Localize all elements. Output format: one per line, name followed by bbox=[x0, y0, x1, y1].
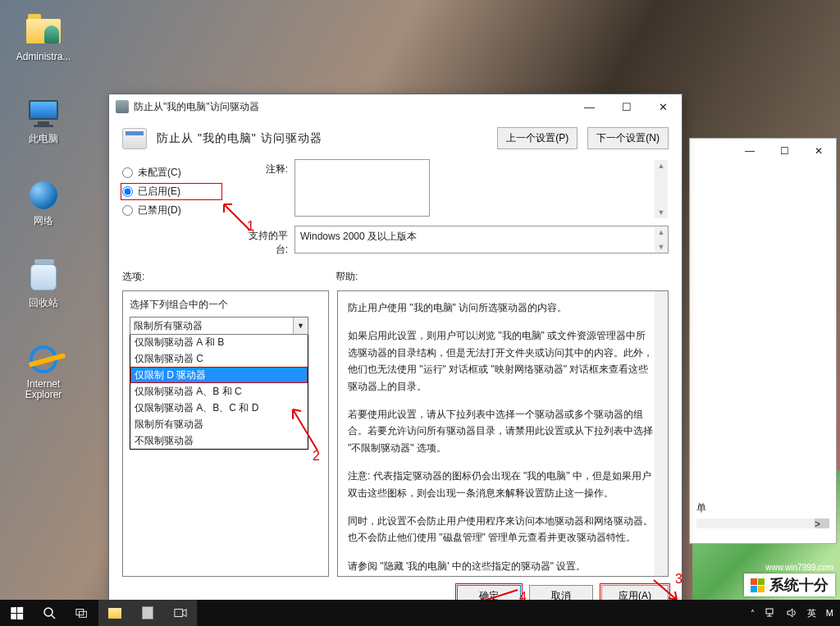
start-button[interactable] bbox=[0, 600, 33, 626]
help-pane: 防止用户使用 "我的电脑" 访问所选驱动器的内容。 如果启用此设置，则用户可以浏… bbox=[337, 290, 669, 577]
taskbar: ˄ 英 M bbox=[0, 600, 840, 626]
list-item[interactable]: 仅限制驱动器 C bbox=[130, 350, 308, 367]
comment-textarea[interactable] bbox=[294, 159, 430, 217]
policy-header-icon bbox=[122, 128, 147, 149]
list-item[interactable]: 不限制驱动器 bbox=[130, 432, 308, 449]
icon-label: 回收站 bbox=[13, 297, 74, 308]
options-prompt: 选择下列组合中的一个 bbox=[130, 298, 322, 312]
radio-not-configured[interactable]: 未配置(C) bbox=[122, 166, 221, 180]
drive-dropdown-list[interactable]: 仅限制驱动器 A 和 B 仅限制驱动器 C 仅限制 D 驱动器 仅限制驱动器 A… bbox=[130, 334, 308, 450]
help-paragraph: 防止用户使用 "我的电脑" 访问所选驱动器的内容。 bbox=[348, 299, 653, 316]
options-section-label: 选项: bbox=[122, 270, 336, 284]
icon-label: 网络 bbox=[13, 215, 74, 226]
scrollbar-horizontal[interactable]: > bbox=[696, 519, 829, 528]
background-label: 单 bbox=[696, 501, 706, 515]
maximize-button[interactable]: ☐ bbox=[767, 139, 801, 162]
svg-rect-3 bbox=[79, 611, 86, 617]
svg-rect-2 bbox=[76, 610, 84, 615]
previous-setting-button[interactable]: 上一个设置(P) bbox=[497, 127, 578, 149]
combo-selected-value: 限制所有驱动器 bbox=[134, 319, 203, 333]
platform-label: 支持的平台: bbox=[237, 226, 294, 257]
taskview-icon bbox=[75, 606, 89, 619]
radio-label: 已禁用(D) bbox=[138, 203, 181, 217]
maximize-button[interactable]: ☐ bbox=[608, 95, 645, 118]
policy-header-title: 防止从 "我的电脑" 访问驱动器 bbox=[157, 131, 487, 146]
scroll-right-icon[interactable]: > bbox=[815, 519, 829, 528]
taskview-button[interactable] bbox=[66, 600, 98, 626]
background-window: — ☐ ✕ 单 > bbox=[689, 138, 837, 544]
minimize-button[interactable]: — bbox=[733, 139, 767, 162]
policy-dialog: 防止从"我的电脑"访问驱动器 — ☐ ✕ 防止从 "我的电脑" 访问驱动器 上一… bbox=[108, 94, 682, 615]
close-button[interactable]: ✕ bbox=[645, 95, 682, 118]
folder-icon bbox=[108, 608, 121, 619]
watermark: 系统十分 bbox=[744, 573, 835, 596]
comment-label: 注释: bbox=[237, 159, 294, 176]
desktop-icon-recyclebin[interactable]: 回收站 bbox=[13, 261, 74, 308]
list-item[interactable]: 限制所有驱动器 bbox=[130, 416, 308, 432]
radio-label: 已启用(E) bbox=[138, 185, 180, 199]
svg-rect-5 bbox=[766, 609, 773, 614]
svg-point-0 bbox=[44, 608, 52, 616]
chevron-down-icon: ▼ bbox=[293, 318, 308, 334]
windows-logo-icon bbox=[11, 606, 23, 619]
desktop-icon-thispc[interactable]: 此电脑 bbox=[13, 97, 74, 144]
desktop-icon-network[interactable]: 网络 bbox=[13, 179, 74, 226]
icon-label: 此电脑 bbox=[13, 133, 74, 144]
list-item[interactable]: 仅限制驱动器 A、B、C 和 D bbox=[130, 400, 308, 416]
tray-chevron-up-icon[interactable]: ˄ bbox=[751, 609, 755, 618]
help-paragraph: 请参阅 "隐藏 '我的电脑' 中的这些指定的驱动器" 设置。 bbox=[348, 558, 653, 574]
radio-enabled[interactable]: 已启用(E) bbox=[122, 185, 221, 199]
radio-label: 未配置(C) bbox=[138, 166, 181, 180]
help-paragraph: 如果启用此设置，则用户可以浏览 "我的电脑" 或文件资源管理器中所选驱动器的目录… bbox=[348, 327, 653, 395]
scrollbar-vertical[interactable]: ▲▼ bbox=[655, 226, 668, 253]
window-title: 防止从"我的电脑"访问驱动器 bbox=[134, 100, 571, 114]
help-paragraph: 若要使用此设置，请从下拉列表中选择一个驱动器或多个驱动器的组合。若要允许访问所有… bbox=[348, 406, 653, 456]
microsoft-logo-icon bbox=[751, 578, 765, 592]
watermark-text: 系统十分 bbox=[769, 575, 829, 595]
titlebar[interactable]: 防止从"我的电脑"访问驱动器 — ☐ ✕ bbox=[109, 94, 682, 119]
next-setting-button[interactable]: 下一个设置(N) bbox=[587, 127, 669, 149]
camera-icon bbox=[174, 606, 187, 619]
taskbar-app-gpedit[interactable] bbox=[131, 600, 164, 626]
svg-rect-4 bbox=[175, 610, 183, 617]
icon-label: Administra... bbox=[13, 51, 74, 62]
help-paragraph: 注意: 代表指定驱动器的图标仍会出现在 "我的电脑" 中，但是如果用户双击这些图… bbox=[348, 468, 653, 501]
scrollbar-vertical[interactable] bbox=[655, 291, 668, 576]
list-item[interactable]: 仅限制驱动器 A、B 和 C bbox=[130, 383, 308, 400]
document-icon bbox=[142, 606, 153, 619]
desktop-icon-admin[interactable]: Administra... bbox=[13, 15, 74, 62]
svg-line-1 bbox=[52, 615, 55, 619]
network-tray-icon[interactable] bbox=[765, 607, 776, 619]
options-pane: 选择下列组合中的一个 限制所有驱动器 ▼ 仅限制驱动器 A 和 B 仅限制驱动器… bbox=[122, 290, 329, 577]
drive-combo[interactable]: 限制所有驱动器 ▼ bbox=[130, 317, 308, 335]
search-button[interactable] bbox=[33, 600, 66, 626]
scrollbar-vertical[interactable]: ▲▼ bbox=[655, 160, 668, 218]
minimize-button[interactable]: — bbox=[571, 95, 608, 118]
watermark-url: www.win7999.com bbox=[765, 563, 833, 572]
system-tray: ˄ 英 M bbox=[751, 607, 840, 619]
close-button[interactable]: ✕ bbox=[801, 139, 836, 162]
policy-icon bbox=[116, 100, 129, 113]
desktop-icon-ie[interactable]: Internet Explorer bbox=[13, 343, 74, 400]
taskbar-app-explorer[interactable] bbox=[98, 600, 131, 626]
search-icon bbox=[43, 606, 56, 619]
ime-mode[interactable]: M bbox=[826, 608, 833, 618]
radio-disabled[interactable]: 已禁用(D) bbox=[122, 203, 221, 217]
supported-platform-box: Windows 2000 及以上版本 ▲▼ bbox=[294, 226, 669, 254]
list-item[interactable]: 仅限制驱动器 A 和 B bbox=[130, 334, 308, 350]
help-paragraph: 同时，此设置不会防止用户使用程序来访问本地驱动器和网络驱动器。也不会防止他们使用… bbox=[348, 513, 653, 546]
ime-indicator[interactable]: 英 bbox=[807, 607, 816, 619]
taskbar-app-recorder[interactable] bbox=[164, 600, 197, 626]
platform-value: Windows 2000 及以上版本 bbox=[300, 231, 417, 242]
volume-tray-icon[interactable] bbox=[786, 607, 797, 619]
icon-label: Internet Explorer bbox=[13, 379, 74, 400]
help-section-label: 帮助: bbox=[336, 270, 358, 284]
list-item[interactable]: 仅限制 D 驱动器 bbox=[130, 367, 308, 383]
